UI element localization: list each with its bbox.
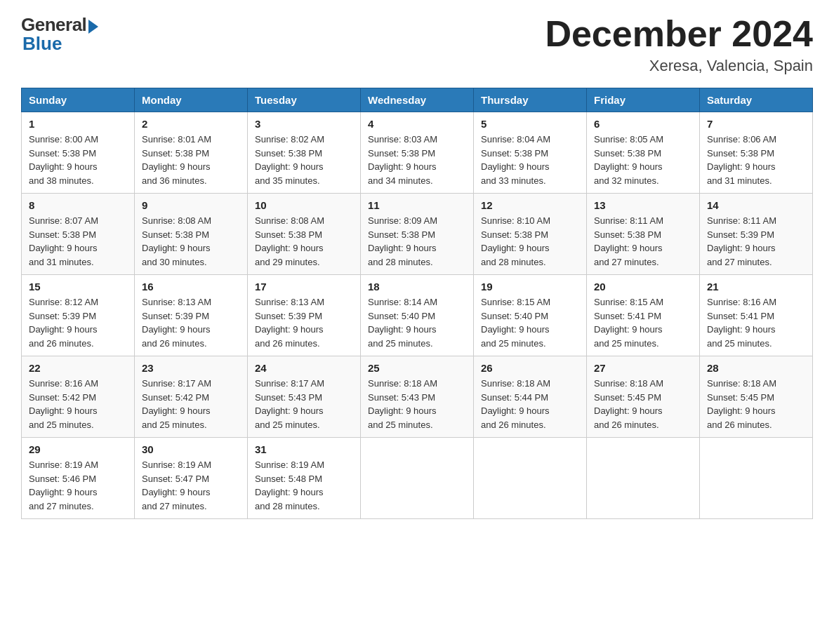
day-number: 14 [707, 199, 805, 211]
day-info: Sunrise: 8:08 AMSunset: 5:38 PMDaylight:… [142, 215, 211, 267]
header-day-saturday: Saturday [700, 88, 813, 112]
calendar-cell: 22 Sunrise: 8:16 AMSunset: 5:42 PMDaylig… [22, 356, 135, 438]
day-number: 9 [142, 199, 240, 211]
calendar-cell [474, 438, 587, 519]
header-day-monday: Monday [135, 88, 248, 112]
calendar-week-2: 8 Sunrise: 8:07 AMSunset: 5:38 PMDayligh… [22, 194, 813, 275]
calendar-cell: 15 Sunrise: 8:12 AMSunset: 5:39 PMDaylig… [22, 275, 135, 356]
header-day-friday: Friday [587, 88, 700, 112]
day-info: Sunrise: 8:05 AMSunset: 5:38 PMDaylight:… [594, 134, 663, 186]
day-info: Sunrise: 8:18 AMSunset: 5:44 PMDaylight:… [481, 378, 550, 430]
day-number: 1 [29, 118, 127, 130]
day-number: 29 [29, 443, 127, 455]
day-info: Sunrise: 8:13 AMSunset: 5:39 PMDaylight:… [255, 297, 324, 349]
day-number: 22 [29, 362, 127, 374]
day-number: 6 [594, 118, 692, 130]
calendar-cell [700, 438, 813, 519]
day-info: Sunrise: 8:07 AMSunset: 5:38 PMDaylight:… [29, 215, 98, 267]
day-number: 28 [707, 362, 805, 374]
day-number: 21 [707, 281, 805, 293]
calendar-cell: 30 Sunrise: 8:19 AMSunset: 5:47 PMDaylig… [135, 438, 248, 519]
day-number: 19 [481, 281, 579, 293]
calendar-cell: 6 Sunrise: 8:05 AMSunset: 5:38 PMDayligh… [587, 112, 700, 194]
calendar-cell: 17 Sunrise: 8:13 AMSunset: 5:39 PMDaylig… [248, 275, 361, 356]
day-number: 17 [255, 281, 353, 293]
day-number: 26 [481, 362, 579, 374]
day-number: 23 [142, 362, 240, 374]
calendar-body: 1 Sunrise: 8:00 AMSunset: 5:38 PMDayligh… [22, 112, 813, 519]
day-info: Sunrise: 8:02 AMSunset: 5:38 PMDaylight:… [255, 134, 324, 186]
calendar-cell: 28 Sunrise: 8:18 AMSunset: 5:45 PMDaylig… [700, 356, 813, 438]
calendar-week-1: 1 Sunrise: 8:00 AMSunset: 5:38 PMDayligh… [22, 112, 813, 194]
calendar-header: SundayMondayTuesdayWednesdayThursdayFrid… [22, 88, 813, 112]
header-day-tuesday: Tuesday [248, 88, 361, 112]
calendar-week-3: 15 Sunrise: 8:12 AMSunset: 5:39 PMDaylig… [22, 275, 813, 356]
day-number: 13 [594, 199, 692, 211]
day-info: Sunrise: 8:17 AMSunset: 5:43 PMDaylight:… [255, 378, 324, 430]
calendar-cell: 26 Sunrise: 8:18 AMSunset: 5:44 PMDaylig… [474, 356, 587, 438]
day-number: 7 [707, 118, 805, 130]
calendar-cell: 1 Sunrise: 8:00 AMSunset: 5:38 PMDayligh… [22, 112, 135, 194]
calendar-cell: 8 Sunrise: 8:07 AMSunset: 5:38 PMDayligh… [22, 194, 135, 275]
day-info: Sunrise: 8:19 AMSunset: 5:47 PMDaylight:… [142, 459, 211, 511]
page-header: General Blue December 2024 Xeresa, Valen… [21, 14, 813, 75]
day-number: 5 [481, 118, 579, 130]
calendar-cell [587, 438, 700, 519]
day-info: Sunrise: 8:00 AMSunset: 5:38 PMDaylight:… [29, 134, 98, 186]
calendar-cell: 9 Sunrise: 8:08 AMSunset: 5:38 PMDayligh… [135, 194, 248, 275]
calendar-cell: 19 Sunrise: 8:15 AMSunset: 5:40 PMDaylig… [474, 275, 587, 356]
calendar-cell: 16 Sunrise: 8:13 AMSunset: 5:39 PMDaylig… [135, 275, 248, 356]
day-info: Sunrise: 8:19 AMSunset: 5:46 PMDaylight:… [29, 459, 98, 511]
location: Xeresa, Valencia, Spain [545, 57, 813, 75]
day-info: Sunrise: 8:18 AMSunset: 5:45 PMDaylight:… [707, 378, 776, 430]
day-number: 30 [142, 443, 240, 455]
day-number: 16 [142, 281, 240, 293]
day-info: Sunrise: 8:09 AMSunset: 5:38 PMDaylight:… [368, 215, 437, 267]
calendar-cell: 27 Sunrise: 8:18 AMSunset: 5:45 PMDaylig… [587, 356, 700, 438]
day-info: Sunrise: 8:18 AMSunset: 5:43 PMDaylight:… [368, 378, 437, 430]
calendar-cell: 5 Sunrise: 8:04 AMSunset: 5:38 PMDayligh… [474, 112, 587, 194]
day-info: Sunrise: 8:17 AMSunset: 5:42 PMDaylight:… [142, 378, 211, 430]
header-row: SundayMondayTuesdayWednesdayThursdayFrid… [22, 88, 813, 112]
calendar-cell: 4 Sunrise: 8:03 AMSunset: 5:38 PMDayligh… [361, 112, 474, 194]
calendar-cell: 31 Sunrise: 8:19 AMSunset: 5:48 PMDaylig… [248, 438, 361, 519]
calendar-week-5: 29 Sunrise: 8:19 AMSunset: 5:46 PMDaylig… [22, 438, 813, 519]
day-number: 12 [481, 199, 579, 211]
calendar-cell: 18 Sunrise: 8:14 AMSunset: 5:40 PMDaylig… [361, 275, 474, 356]
day-number: 15 [29, 281, 127, 293]
month-title: December 2024 [545, 14, 813, 54]
day-number: 8 [29, 199, 127, 211]
day-number: 20 [594, 281, 692, 293]
calendar-cell: 20 Sunrise: 8:15 AMSunset: 5:41 PMDaylig… [587, 275, 700, 356]
day-info: Sunrise: 8:11 AMSunset: 5:39 PMDaylight:… [707, 215, 776, 267]
calendar-cell: 21 Sunrise: 8:16 AMSunset: 5:41 PMDaylig… [700, 275, 813, 356]
day-info: Sunrise: 8:10 AMSunset: 5:38 PMDaylight:… [481, 215, 550, 267]
calendar-cell: 29 Sunrise: 8:19 AMSunset: 5:46 PMDaylig… [22, 438, 135, 519]
day-info: Sunrise: 8:13 AMSunset: 5:39 PMDaylight:… [142, 297, 211, 349]
calendar-cell: 12 Sunrise: 8:10 AMSunset: 5:38 PMDaylig… [474, 194, 587, 275]
day-number: 10 [255, 199, 353, 211]
day-info: Sunrise: 8:19 AMSunset: 5:48 PMDaylight:… [255, 459, 324, 511]
calendar-cell: 14 Sunrise: 8:11 AMSunset: 5:39 PMDaylig… [700, 194, 813, 275]
day-number: 4 [368, 118, 466, 130]
calendar-table: SundayMondayTuesdayWednesdayThursdayFrid… [21, 88, 813, 519]
day-info: Sunrise: 8:03 AMSunset: 5:38 PMDaylight:… [368, 134, 437, 186]
day-info: Sunrise: 8:15 AMSunset: 5:41 PMDaylight:… [594, 297, 663, 349]
day-info: Sunrise: 8:01 AMSunset: 5:38 PMDaylight:… [142, 134, 211, 186]
logo: General Blue [21, 14, 98, 55]
calendar-cell: 7 Sunrise: 8:06 AMSunset: 5:38 PMDayligh… [700, 112, 813, 194]
calendar-cell: 11 Sunrise: 8:09 AMSunset: 5:38 PMDaylig… [361, 194, 474, 275]
day-info: Sunrise: 8:15 AMSunset: 5:40 PMDaylight:… [481, 297, 550, 349]
calendar-cell: 23 Sunrise: 8:17 AMSunset: 5:42 PMDaylig… [135, 356, 248, 438]
calendar-cell: 13 Sunrise: 8:11 AMSunset: 5:38 PMDaylig… [587, 194, 700, 275]
day-number: 11 [368, 199, 466, 211]
day-number: 3 [255, 118, 353, 130]
header-right: December 2024 Xeresa, Valencia, Spain [545, 14, 813, 75]
day-info: Sunrise: 8:12 AMSunset: 5:39 PMDaylight:… [29, 297, 98, 349]
day-info: Sunrise: 8:08 AMSunset: 5:38 PMDaylight:… [255, 215, 324, 267]
calendar-cell: 3 Sunrise: 8:02 AMSunset: 5:38 PMDayligh… [248, 112, 361, 194]
calendar-cell: 24 Sunrise: 8:17 AMSunset: 5:43 PMDaylig… [248, 356, 361, 438]
day-number: 18 [368, 281, 466, 293]
day-number: 24 [255, 362, 353, 374]
calendar-cell: 25 Sunrise: 8:18 AMSunset: 5:43 PMDaylig… [361, 356, 474, 438]
